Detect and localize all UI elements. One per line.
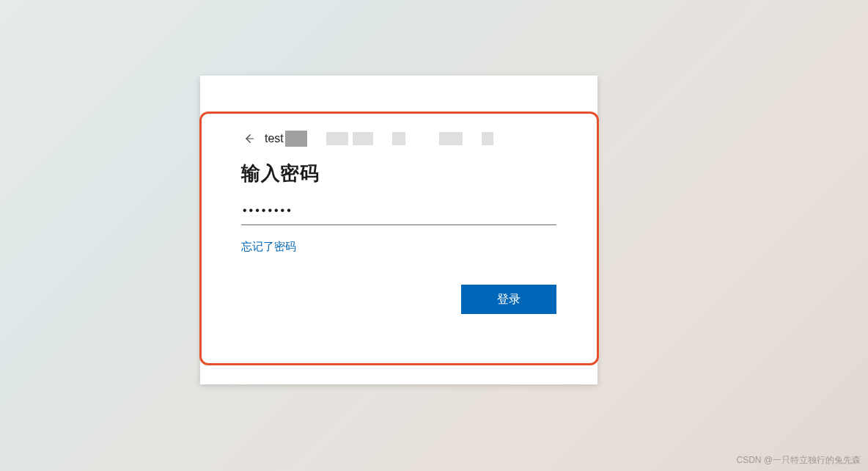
login-card: test 输入密码 忘记了密码 登录 [200, 76, 597, 384]
login-content: test 输入密码 忘记了密码 登录 [200, 76, 597, 314]
redacted-segment [326, 132, 348, 145]
signin-button[interactable]: 登录 [461, 285, 556, 314]
identity-prefix: test [265, 132, 284, 145]
back-arrow-icon[interactable] [241, 131, 256, 146]
identity-row: test [241, 130, 556, 147]
page-title: 输入密码 [241, 161, 556, 186]
identity-text: test [265, 131, 493, 147]
password-input[interactable] [241, 198, 556, 225]
redacted-segment [285, 131, 307, 147]
redacted-segment [392, 132, 405, 145]
forgot-password-link[interactable]: 忘记了密码 [241, 240, 296, 254]
watermark-text: CSDN @一只特立独行的兔先森 [736, 454, 861, 467]
redacted-segment [439, 132, 463, 145]
redacted-segment [482, 132, 493, 145]
redacted-segment [353, 132, 373, 145]
button-row: 登录 [241, 285, 556, 314]
